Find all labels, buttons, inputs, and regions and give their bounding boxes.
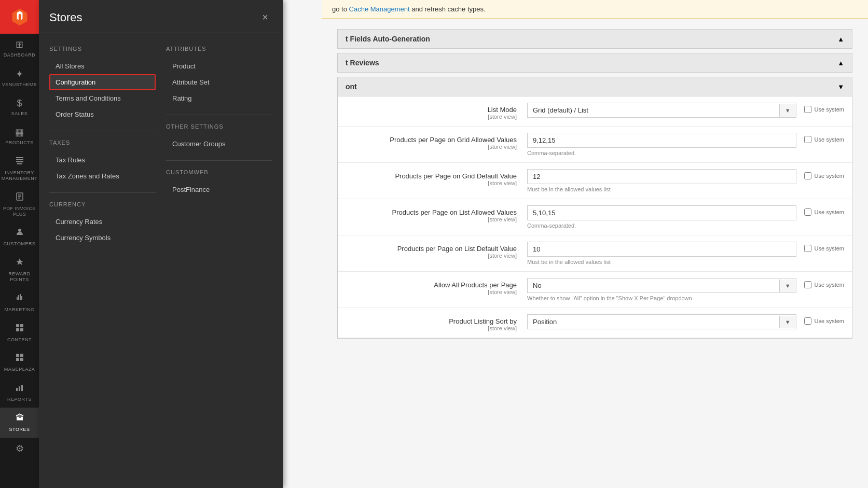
menu-item-configuration[interactable]: Configuration — [49, 74, 156, 90]
sidebar-item-mageplaza[interactable]: MAGEPLAZA — [0, 347, 39, 378]
sidebar-item-stores-label: STORES — [9, 427, 30, 433]
menu-item-tax-zones[interactable]: Tax Zones and Rates — [49, 168, 156, 184]
config-label-allow-all: Allow All Products per Page [store view] — [346, 278, 527, 295]
allow-all-select-container: No Yes ▼ — [527, 278, 796, 293]
sidebar-item-customers[interactable]: CUSTOMERS — [0, 222, 39, 252]
svg-rect-16 — [20, 358, 23, 361]
svg-rect-19 — [21, 385, 23, 391]
sidebar-item-venustheme[interactable]: ✦ VENUSTHEME — [0, 63, 39, 93]
sort-by-select[interactable]: Position Name Price — [528, 315, 779, 329]
sidebar-item-system[interactable]: ⚙ — [0, 438, 39, 462]
marketing-icon — [15, 293, 24, 305]
svg-rect-3 — [17, 163, 22, 164]
svg-rect-12 — [20, 328, 23, 331]
sidebar-item-reports[interactable]: REPORTS — [0, 378, 39, 408]
sidebar-item-stores[interactable]: STORES — [0, 408, 39, 438]
menu-item-order-status[interactable]: Order Status — [49, 106, 156, 122]
sort-by-use-system-label: Use system — [815, 318, 844, 324]
sidebar-item-products[interactable]: ▦ PRODUCTS — [0, 121, 39, 151]
allow-all-store-view: [store view] — [346, 289, 517, 295]
sort-by-select-arrow: ▼ — [779, 316, 796, 328]
list-mode-select[interactable]: Grid (default) / List Grid Only List Onl… — [528, 103, 779, 117]
menu-item-postfinance[interactable]: PostFinance — [166, 182, 272, 198]
section-collapse-icon: ▲ — [837, 35, 844, 43]
stores-panel-body: Settings All Stores Configuration Terms … — [39, 33, 283, 256]
svg-rect-17 — [16, 388, 18, 391]
grid-default-hint: Must be in the allowed values list — [527, 186, 796, 192]
config-row-list-allowed: Products per Page on List Allowed Values… — [338, 199, 852, 235]
sidebar-item-products-label: PRODUCTS — [5, 140, 34, 146]
menu-item-tax-rules[interactable]: Tax Rules — [49, 152, 156, 168]
section-reviews[interactable]: t Reviews ▲ — [337, 53, 852, 73]
sidebar-item-reports-label: REPORTS — [7, 397, 32, 402]
panel-columns: Settings All Stores Configuration Terms … — [49, 44, 272, 246]
svg-rect-11 — [16, 328, 19, 331]
attributes-section-title: Attributes — [166, 46, 272, 52]
svg-rect-13 — [16, 354, 19, 357]
list-default-input[interactable] — [527, 242, 796, 257]
stores-icon — [15, 413, 24, 425]
grid-allowed-use-system-checkbox[interactable] — [804, 136, 811, 143]
list-mode-label: List Mode — [488, 106, 517, 114]
list-default-use-system-checkbox[interactable] — [804, 245, 811, 252]
svg-rect-14 — [20, 354, 23, 357]
sort-by-store-view: [store view] — [346, 325, 517, 331]
allow-all-select[interactable]: No Yes — [528, 278, 779, 292]
sidebar-item-pdf-invoice-label: PDF INVOICE PLUS — [3, 206, 36, 217]
section-storefront[interactable]: ont ▼ — [337, 77, 852, 96]
sidebar-item-reward[interactable]: REWARD POINTS — [0, 252, 39, 288]
sidebar-item-inventory[interactable]: INVENTORY MANAGEMENT — [0, 151, 39, 187]
menu-item-currency-rates[interactable]: Currency Rates — [49, 214, 156, 230]
grid-default-input[interactable] — [527, 169, 796, 184]
grid-allowed-input[interactable] — [527, 133, 796, 148]
list-allowed-input[interactable] — [527, 205, 796, 220]
menu-item-terms[interactable]: Terms and Conditions — [49, 90, 156, 106]
list-mode-use-system-label: Use system — [815, 106, 844, 113]
list-allowed-store-view: [store view] — [346, 216, 517, 222]
sidebar-item-marketing[interactable]: MARKETING — [0, 288, 39, 318]
config-label-grid-allowed: Products per Page on Grid Allowed Values… — [346, 133, 527, 150]
list-default-label: Products per Page on List Default Value — [397, 245, 517, 253]
pdf-invoice-icon — [15, 192, 24, 204]
list-mode-use-system-checkbox[interactable] — [804, 106, 811, 113]
sidebar-item-content[interactable]: CONTENT — [0, 318, 39, 348]
config-row-list-default: Products per Page on List Default Value … — [338, 235, 852, 272]
menu-item-attribute-set[interactable]: Attribute Set — [166, 74, 272, 90]
menu-item-currency-symbols[interactable]: Currency Symbols — [49, 230, 156, 246]
sidebar-item-sales[interactable]: $ SALES — [0, 93, 39, 122]
sort-by-use-system-checkbox[interactable] — [804, 317, 811, 325]
svg-rect-9 — [16, 324, 19, 327]
config-row-sort-by: Product Listing Sort by [store view] Pos… — [338, 308, 852, 338]
sort-by-use-system: Use system — [804, 314, 844, 325]
allow-all-use-system-checkbox[interactable] — [804, 281, 811, 288]
close-button[interactable]: × — [258, 9, 272, 25]
svg-rect-20 — [17, 417, 19, 420]
allow-all-use-system-label: Use system — [815, 282, 844, 288]
allow-all-label: Allow All Products per Page — [434, 281, 517, 289]
section-reviews-collapse-icon: ▲ — [837, 59, 844, 67]
list-allowed-use-system-checkbox[interactable] — [804, 208, 811, 216]
section-auto-generation[interactable]: t Fields Auto-Generation ▲ — [337, 29, 852, 49]
notice-bar: go to Cache Management and refresh cache… — [322, 0, 868, 19]
taxes-section-title: Taxes — [49, 140, 156, 146]
config-label-list-default: Products per Page on List Default Value … — [346, 242, 527, 259]
currency-section-title: Currency — [49, 201, 156, 207]
main-content: go to Cache Management and refresh cache… — [322, 0, 868, 488]
stores-panel-header: Stores × — [39, 0, 283, 33]
sort-by-select-wrap: Position Name Price ▼ — [527, 314, 796, 329]
notice-suffix: and refresh cache types. — [410, 5, 486, 13]
menu-item-rating[interactable]: Rating — [166, 90, 272, 106]
grid-allowed-label: Products per Page on Grid Allowed Values — [390, 136, 517, 144]
sidebar-item-dashboard-label: DASHBOARD — [4, 52, 36, 58]
sidebar-item-dashboard[interactable]: ⊞ DASHBOARD — [0, 34, 39, 63]
config-value-list-allowed: Comma-separated. Use system — [527, 205, 844, 229]
cache-management-link[interactable]: Cache Management — [349, 5, 410, 13]
grid-default-use-system-checkbox[interactable] — [804, 172, 811, 179]
menu-item-customer-groups[interactable]: Customer Groups — [166, 136, 272, 152]
config-label-list-mode: List Mode [store view] — [346, 103, 527, 120]
menu-item-all-stores[interactable]: All Stores — [49, 58, 156, 74]
menu-item-product[interactable]: Product — [166, 58, 272, 74]
allow-all-use-system: Use system — [804, 278, 844, 288]
sidebar-item-pdf-invoice[interactable]: PDF INVOICE PLUS — [0, 187, 39, 222]
venustheme-icon: ✦ — [16, 68, 23, 80]
